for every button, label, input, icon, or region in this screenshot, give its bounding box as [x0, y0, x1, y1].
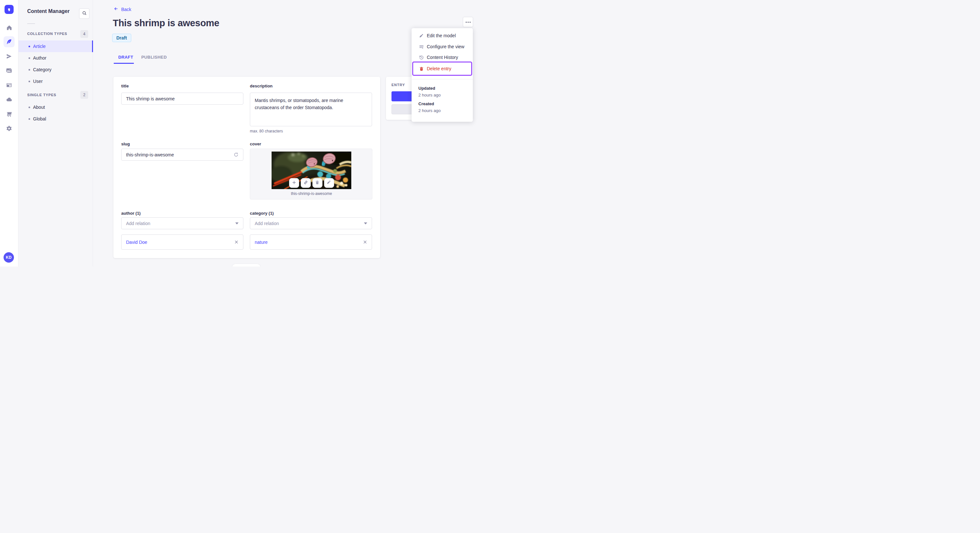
collection-types-header: COLLECTION TYPES: [27, 32, 67, 36]
menu-separator: [412, 79, 473, 79]
menu-item-label: Delete entry: [427, 66, 451, 71]
bullet-icon: [29, 57, 30, 59]
category-relation-select[interactable]: Add relation: [250, 217, 372, 229]
menu-item-label: Content History: [427, 55, 458, 60]
back-label: Back: [121, 7, 131, 12]
author-relation-item: David Doe: [121, 235, 243, 250]
menu-item-label: Edit the model: [427, 33, 456, 38]
menu-item-edit-model[interactable]: Edit the model: [412, 30, 473, 41]
home-icon[interactable]: [3, 22, 14, 33]
entry-panel-title: ENTRY: [391, 83, 405, 87]
search-button[interactable]: [79, 8, 89, 19]
author-relation-link[interactable]: David Doe: [126, 240, 147, 245]
category-label: category (1): [250, 211, 274, 216]
single-types-header: SINGLE TYPES: [27, 93, 56, 97]
slug-input[interactable]: this-shrimp-is-awesome: [121, 149, 243, 160]
media-library-images-icon[interactable]: [3, 65, 14, 76]
slug-value: this-shrimp-is-awesome: [126, 152, 174, 157]
back-arrow-icon: [113, 6, 119, 12]
menu-item-label: Configure the view: [427, 44, 465, 49]
content-type-builder-layout-icon[interactable]: [3, 80, 14, 90]
bullet-icon: [29, 81, 30, 82]
menu-item-configure-view[interactable]: Configure the view: [412, 41, 473, 52]
regenerate-slug-icon[interactable]: [234, 152, 239, 157]
bullet-icon: [29, 46, 30, 47]
main-nav-rail: KD: [0, 0, 19, 266]
bullet-icon: [29, 106, 30, 108]
sidebar-item-label: User: [33, 79, 43, 84]
content-manager-feather-icon[interactable]: [3, 36, 14, 47]
content-manager-subnav: Content Manager COLLECTION TYPES 4 Artic…: [19, 0, 93, 266]
sidebar-item-user[interactable]: User: [19, 75, 93, 87]
release-paper-plane-icon[interactable]: [3, 51, 14, 62]
remove-category-icon[interactable]: [363, 240, 367, 244]
pencil-icon: [327, 180, 331, 186]
cover-actions-toolbar: [250, 178, 373, 188]
title-input[interactable]: This shrimp is awesome: [121, 93, 243, 105]
page-title: This shrimp is awesome: [113, 18, 220, 29]
updated-label: Updated: [418, 86, 435, 90]
category-relation-link[interactable]: nature: [255, 240, 268, 245]
bullet-icon: [29, 118, 30, 120]
marketplace-cart-icon[interactable]: [3, 108, 14, 119]
trash-icon: [419, 67, 424, 71]
sidebar-item-global[interactable]: Global: [19, 113, 93, 125]
slug-label: slug: [121, 141, 130, 146]
subnav-title: Content Manager: [27, 8, 70, 14]
trash-icon: [315, 180, 320, 186]
author-label: author (1): [121, 211, 141, 216]
plus-icon: [292, 180, 296, 186]
bottom-peek-panel: [232, 264, 261, 266]
cover-caption: this-shrimp-is-awesome: [250, 191, 373, 196]
copy-link-button[interactable]: [301, 178, 311, 188]
remove-author-icon[interactable]: [234, 240, 239, 244]
created-value: 2 hours ago: [418, 108, 441, 113]
description-value: Mantis shrimps, or stomatopods, are mari…: [255, 98, 343, 110]
author-relation-select[interactable]: Add relation: [121, 217, 243, 229]
active-tab-underline: [114, 63, 134, 64]
updated-value: 2 hours ago: [418, 93, 441, 97]
description-hint: max. 80 characters: [250, 129, 283, 133]
link-icon: [303, 180, 308, 186]
back-link[interactable]: Back: [113, 6, 131, 12]
sidebar-item-label: About: [33, 105, 45, 110]
add-asset-button[interactable]: [289, 178, 299, 188]
sidebar-item-about[interactable]: About: [19, 102, 93, 113]
sidebar-item-label: Category: [33, 67, 51, 72]
category-placeholder: Add relation: [255, 221, 279, 226]
menu-item-content-history[interactable]: Content History: [412, 52, 473, 63]
sidebar-item-article[interactable]: Article: [19, 40, 93, 52]
menu-item-delete-entry[interactable]: Delete entry: [412, 63, 473, 74]
settings-gear-icon[interactable]: [3, 123, 14, 134]
tab-published[interactable]: PUBLISHED: [141, 55, 167, 60]
bullet-icon: [29, 69, 30, 71]
description-textarea[interactable]: Mantis shrimps, or stomatopods, are mari…: [250, 93, 372, 126]
sidebar-item-label: Article: [33, 44, 46, 49]
content-manager-app: KD Content Manager COLLECTION TYPES 4 Ar…: [0, 0, 490, 266]
strapi-logo[interactable]: [5, 5, 14, 14]
single-types-count: 2: [80, 91, 88, 99]
delete-asset-button[interactable]: [312, 178, 323, 188]
title-value: This shrimp is awesome: [126, 96, 175, 102]
status-badge: Draft: [112, 34, 131, 42]
search-icon: [82, 11, 87, 17]
user-avatar[interactable]: KD: [3, 252, 14, 263]
sidebar-item-label: Author: [33, 56, 46, 60]
created-label: Created: [418, 102, 434, 106]
category-relation-item: nature: [250, 235, 372, 250]
more-options-button[interactable]: [463, 17, 473, 27]
edit-asset-button[interactable]: [324, 178, 334, 188]
pencil-icon: [419, 33, 424, 38]
cloud-icon[interactable]: [3, 94, 14, 105]
entry-options-menu: Edit the model Configure the view Conten…: [412, 28, 473, 122]
chevron-down-icon: [235, 222, 239, 224]
tab-draft[interactable]: DRAFT: [118, 55, 133, 60]
sidebar-item-category[interactable]: Category: [19, 64, 93, 75]
sidebar-item-author[interactable]: Author: [19, 52, 93, 64]
list-plus-icon: [419, 44, 424, 49]
title-label: title: [121, 84, 129, 89]
subnav-divider: [27, 23, 35, 24]
description-label: description: [250, 84, 272, 89]
cover-asset-card: this-shrimp-is-awesome: [250, 149, 372, 200]
more-options-icon: [466, 22, 467, 23]
